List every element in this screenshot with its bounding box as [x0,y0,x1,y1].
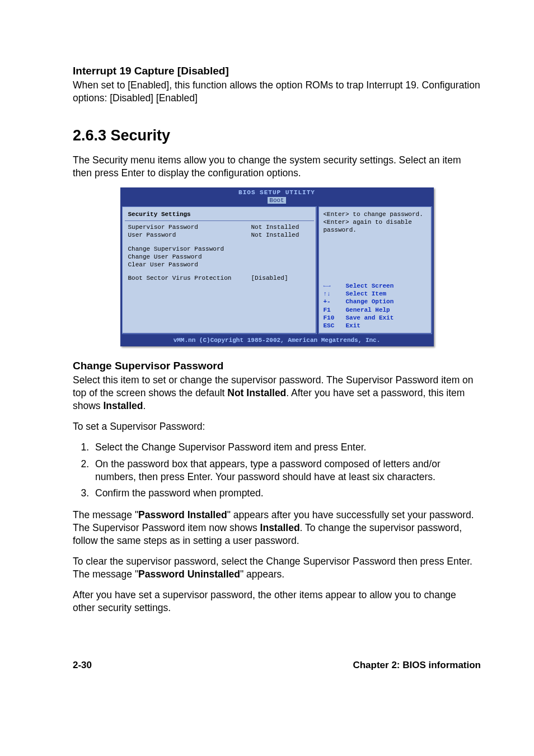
key-arrows-ud: ↑↓ [324,290,346,298]
key-plusminus: +- [324,298,346,306]
text: " appears. [240,569,284,580]
key-desc: Change Option [346,298,394,306]
para-change-sup-1: Select this item to set or change the su… [73,374,481,412]
para-pw-uninstalled: To clear the supervisor password, select… [73,555,481,581]
list-item: Clear User Password [128,261,311,269]
bios-tabbar: Boot [120,196,434,206]
chapter-title: Chapter 2: BIOS information [353,659,481,672]
key-desc: General Help [346,306,390,314]
bold-not-installed: Not Installed [227,387,286,398]
bios-help-keys: ←→Select Screen ↑↓Select Item +-Change O… [324,282,427,330]
table-row: User Password Not Installed [128,231,311,239]
bios-user-pw-label: User Password [128,231,251,239]
bios-help-line: <Enter> to change password. [324,210,427,218]
bios-screenshot: BIOS SETUP UTILITY Boot Security Setting… [120,187,434,346]
bios-user-pw-val: Not Installed [251,231,299,239]
text: . [143,400,146,411]
steps-list: Select the Change Supervisor Password it… [73,441,481,499]
bios-right-panel: <Enter> to change password. <Enter> agai… [318,206,432,334]
para-to-set: To set a Supervisor Password: [73,420,481,433]
page-number: 2-30 [73,659,92,672]
bios-left-panel: Security Settings Supervisor Password No… [122,206,317,334]
bold-installed: Installed [260,522,300,533]
key-desc: Select Screen [346,282,394,290]
bios-sup-pw-label: Supervisor Password [128,223,251,231]
bold-installed: Installed [103,400,143,411]
text: The message " [73,509,138,520]
list-item: Select the Change Supervisor Password it… [92,441,481,454]
bold-pw-uninstalled: Password Uninstalled [138,569,240,580]
key-desc: Save and Exit [346,314,394,322]
para-interrupt19: When set to [Enabled], this function all… [73,79,481,105]
key-desc: Select Item [346,290,387,298]
key-f10: F10 [324,314,346,322]
bios-footer: vMM.nn (C)Copyright 1985-2002, American … [120,335,434,346]
key-arrows-lr: ←→ [324,282,346,290]
list-item: On the password box that appears, type a… [92,458,481,483]
page-footer: 2-30 Chapter 2: BIOS information [0,659,534,694]
table-row: Boot Sector Virus Protection [Disabled] [128,274,311,282]
bios-sup-pw-val: Not Installed [251,223,299,231]
heading-change-sup-pw: Change Supervisor Password [73,359,481,373]
heading-interrupt19: Interrupt 19 Capture [Disabled] [73,64,481,78]
para-pw-installed: The message "Password Installed" appears… [73,509,481,547]
table-row: Supervisor Password Not Installed [128,223,311,231]
bios-tab-boot: Boot [268,197,285,204]
bios-title: BIOS SETUP UTILITY [120,187,434,196]
heading-security: 2.6.3 Security [73,126,481,146]
key-desc: Exit [346,322,360,330]
list-item: Change User Password [128,253,311,261]
bios-bootsector-label: Boot Sector Virus Protection [128,274,251,282]
list-item: Confirm the password when prompted. [92,487,481,500]
list-item: Change Supervisor Password [128,245,311,253]
key-esc: ESC [324,322,346,330]
bios-bootsector-val: [Disabled] [251,274,288,282]
bios-security-header: Security Settings [128,210,311,218]
bold-pw-installed: Password Installed [138,509,227,520]
para-after-sup-pw: After you have set a supervisor password… [73,589,481,614]
para-security-intro: The Security menu items allow you to cha… [73,154,481,180]
key-f1: F1 [324,306,346,314]
bios-help-line: <Enter> again to disable password. [324,218,427,234]
